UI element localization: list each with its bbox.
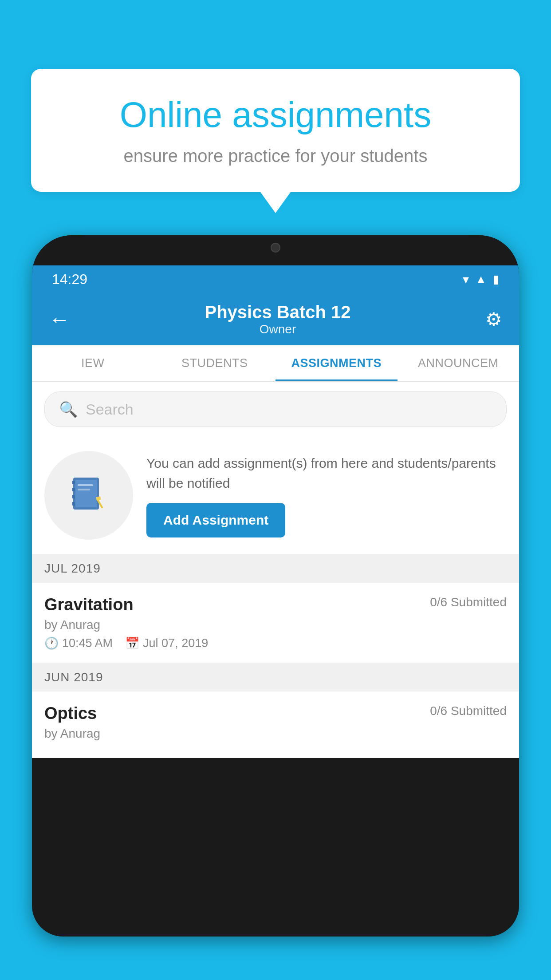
promo-card: You can add assignment(s) from here and … <box>32 437 519 554</box>
meta-date: 📅 Jul 07, 2019 <box>125 636 208 650</box>
status-icons: ▾ ▲ ▮ <box>463 272 499 287</box>
phone-notch <box>231 235 320 260</box>
section-header-jul: JUL 2019 <box>32 554 519 583</box>
front-camera <box>271 243 280 253</box>
settings-button[interactable]: ⚙ <box>485 308 502 330</box>
svg-rect-4 <box>72 495 75 498</box>
svg-rect-5 <box>72 502 75 506</box>
assignment-time: 10:45 AM <box>62 636 113 650</box>
tabs-container: IEW STUDENTS ASSIGNMENTS ANNOUNCEM <box>32 345 519 382</box>
section-header-jun: JUN 2019 <box>32 663 519 692</box>
battery-icon: ▮ <box>493 273 499 286</box>
add-assignment-button[interactable]: Add Assignment <box>146 503 285 537</box>
promo-content: You can add assignment(s) from here and … <box>146 453 507 537</box>
tab-students-label: STUDENTS <box>181 356 248 370</box>
back-button[interactable]: ← <box>49 307 70 332</box>
calendar-icon: 📅 <box>125 636 139 650</box>
assignment-name-optics: Optics <box>44 704 97 723</box>
assignment-by-optics: by Anurag <box>44 727 507 741</box>
phone-container: 14:29 ▾ ▲ ▮ ← Physics Batch 12 Owner ⚙ I… <box>32 235 519 980</box>
header-center: Physics Batch 12 Owner <box>205 302 350 336</box>
tab-assignments[interactable]: ASSIGNMENTS <box>276 345 398 381</box>
assignment-top: Gravitation 0/6 Submitted <box>44 595 507 614</box>
assignment-top-optics: Optics 0/6 Submitted <box>44 704 507 723</box>
wifi-icon: ▾ <box>463 272 469 287</box>
tab-students[interactable]: STUDENTS <box>154 345 276 381</box>
section-label-jul: JUL 2019 <box>44 561 101 575</box>
assignment-meta-gravitation: 🕐 10:45 AM 📅 Jul 07, 2019 <box>44 636 507 650</box>
tab-iew[interactable]: IEW <box>32 345 154 381</box>
notebook-icon <box>69 475 109 515</box>
phone-body: 14:29 ▾ ▲ ▮ ← Physics Batch 12 Owner ⚙ I… <box>32 235 519 937</box>
header-subtitle: Owner <box>205 322 350 336</box>
status-bar: 14:29 ▾ ▲ ▮ <box>32 265 519 293</box>
search-icon: 🔍 <box>59 400 78 418</box>
assignment-status-optics: 0/6 Submitted <box>430 704 507 718</box>
assignment-name-gravitation: Gravitation <box>44 595 134 614</box>
search-container: 🔍 Search <box>32 382 519 437</box>
section-label-jun: JUN 2019 <box>44 670 103 684</box>
assignment-status-gravitation: 0/6 Submitted <box>430 595 507 609</box>
header-title: Physics Batch 12 <box>205 302 350 322</box>
tab-announcements[interactable]: ANNOUNCEM <box>398 345 520 381</box>
assignment-by-gravitation: by Anurag <box>44 618 507 632</box>
tab-assignments-label: ASSIGNMENTS <box>291 356 382 370</box>
signal-icon: ▲ <box>475 273 487 286</box>
assignment-item-gravitation[interactable]: Gravitation 0/6 Submitted by Anurag 🕐 10… <box>32 583 519 663</box>
assignment-item-optics[interactable]: Optics 0/6 Submitted by Anurag <box>32 692 519 758</box>
svg-rect-7 <box>78 489 90 490</box>
svg-rect-3 <box>72 488 75 491</box>
svg-rect-1 <box>75 480 97 507</box>
promo-icon-circle <box>44 451 133 540</box>
search-placeholder: Search <box>86 401 134 418</box>
phone-screen: 🔍 Search <box>32 382 519 758</box>
assignment-date: Jul 07, 2019 <box>143 636 208 650</box>
status-time: 14:29 <box>52 271 87 288</box>
app-header: ← Physics Batch 12 Owner ⚙ <box>32 293 519 345</box>
promo-description: You can add assignment(s) from here and … <box>146 453 507 493</box>
svg-rect-2 <box>72 481 75 484</box>
clock-icon: 🕐 <box>44 636 59 650</box>
search-bar[interactable]: 🔍 Search <box>44 391 507 427</box>
bubble-subtitle: ensure more practice for your students <box>62 144 489 167</box>
meta-time: 🕐 10:45 AM <box>44 636 113 650</box>
speech-bubble: Online assignments ensure more practice … <box>31 69 520 192</box>
notch-area <box>32 235 519 265</box>
tab-iew-label: IEW <box>81 356 105 370</box>
speech-bubble-container: Online assignments ensure more practice … <box>31 69 520 192</box>
tab-announcements-label: ANNOUNCEM <box>418 356 499 370</box>
svg-rect-6 <box>78 484 93 486</box>
bubble-title: Online assignments <box>62 95 489 134</box>
